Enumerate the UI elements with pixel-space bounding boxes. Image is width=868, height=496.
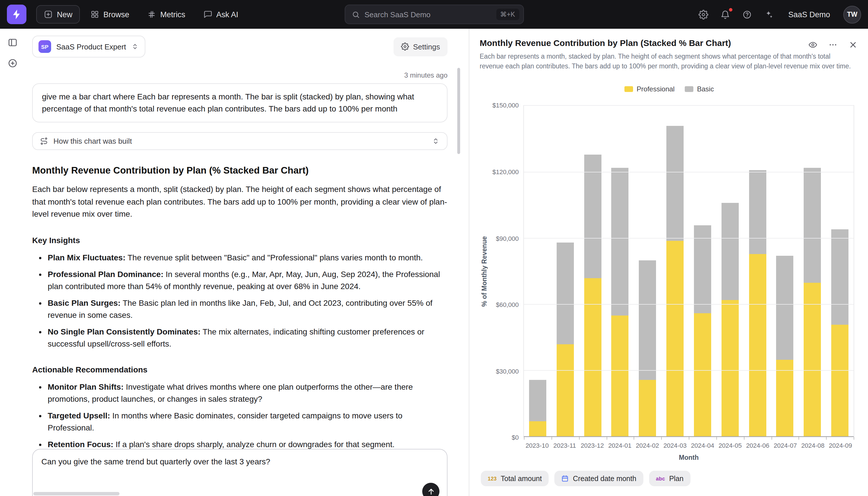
- recommendation-bold: Retention Focus:: [48, 440, 113, 449]
- stacked-bar: [611, 106, 629, 437]
- bar-2023-11[interactable]: [551, 106, 579, 437]
- insight-item: Professional Plan Dominance: In several …: [48, 268, 448, 293]
- sidebar-toggle-button[interactable]: [6, 36, 19, 49]
- agent-selector[interactable]: SP SaaS Product Expert: [32, 36, 146, 58]
- bar-segment-professional[interactable]: [666, 241, 684, 437]
- tag-plan[interactable]: abc Plan: [649, 471, 690, 486]
- send-button[interactable]: [422, 483, 439, 496]
- assistant-response: Monthly Revenue Contribution by Plan (% …: [32, 165, 448, 483]
- browse-button[interactable]: Browse: [83, 5, 137, 24]
- bar-2024-06[interactable]: [744, 106, 771, 437]
- chat-input-value[interactable]: Can you give the same trend but quarterl…: [42, 457, 438, 466]
- tag-created-date-month[interactable]: Created date month: [554, 471, 643, 486]
- bar-segment-professional[interactable]: [721, 300, 738, 437]
- gear-icon: [698, 10, 708, 19]
- bar-segment-professional[interactable]: [529, 422, 546, 437]
- x-tick-mark: [606, 437, 607, 440]
- insight-item: No Single Plan Consistently Dominates: T…: [48, 326, 448, 350]
- metrics-button-label: Metrics: [160, 10, 185, 19]
- bar-segment-basic[interactable]: [556, 243, 574, 344]
- legend-item-professional[interactable]: Professional: [625, 86, 675, 93]
- bar-segment-professional[interactable]: [694, 313, 711, 437]
- numbers-123-icon: 123: [488, 476, 497, 482]
- app-logo[interactable]: [7, 4, 27, 24]
- bar-2024-07[interactable]: [771, 106, 799, 437]
- bar-segment-professional[interactable]: [556, 344, 574, 437]
- user-avatar[interactable]: TW: [843, 5, 861, 23]
- bar-segment-basic[interactable]: [666, 126, 684, 241]
- bar-segment-professional[interactable]: [749, 254, 766, 437]
- bar-segment-basic[interactable]: [721, 203, 738, 300]
- how-built-collapsible[interactable]: How this chart was built: [32, 132, 448, 150]
- bar-2024-08[interactable]: [799, 106, 826, 437]
- bar-2024-09[interactable]: [826, 106, 854, 437]
- horizontal-scrollbar-thumb[interactable]: [33, 492, 119, 495]
- vertical-scrollbar-thumb[interactable]: [457, 68, 460, 154]
- global-search-input[interactable]: Search SaaS Demo ⌘+K: [344, 4, 524, 24]
- bar-segment-basic[interactable]: [584, 155, 601, 278]
- y-tick-label: $30,000: [496, 368, 519, 375]
- bar-2024-01[interactable]: [606, 106, 634, 437]
- bar-2023-12[interactable]: [579, 106, 606, 437]
- preview-button[interactable]: [807, 39, 819, 50]
- bar-2024-04[interactable]: [689, 106, 716, 437]
- recommendation-text: If a plan's share drops sharply, analyze…: [113, 440, 395, 449]
- bar-segment-professional[interactable]: [639, 379, 656, 437]
- chart-panel-actions: [807, 39, 859, 50]
- close-panel-button[interactable]: [847, 39, 859, 50]
- plus-circle-icon: [7, 58, 18, 68]
- new-thread-button[interactable]: [6, 57, 19, 69]
- bar-segment-professional[interactable]: [584, 278, 601, 437]
- route-icon: [39, 137, 48, 145]
- bar-segment-basic[interactable]: [639, 260, 656, 379]
- legend-item-basic[interactable]: Basic: [685, 86, 714, 93]
- settings-nav-button[interactable]: [697, 8, 709, 20]
- ask-ai-button[interactable]: Ask AI: [196, 5, 246, 24]
- bar-2024-03[interactable]: [661, 106, 689, 437]
- bar-segment-basic[interactable]: [529, 379, 546, 422]
- org-switcher[interactable]: SaaS Demo: [785, 10, 834, 19]
- x-tick-mark: [634, 437, 634, 440]
- bar-segment-professional[interactable]: [611, 315, 629, 437]
- new-button[interactable]: New: [36, 5, 80, 24]
- insight-item: Plan Mix Fluctuates: The revenue split b…: [48, 252, 448, 264]
- help-button[interactable]: [741, 8, 753, 20]
- bar-segment-basic[interactable]: [804, 168, 821, 282]
- metrics-button[interactable]: Metrics: [140, 5, 193, 24]
- bar-2023-10[interactable]: [524, 106, 551, 437]
- chart-panel-title: Monthly Revenue Contribution by Plan (St…: [480, 38, 859, 48]
- x-tick-label: 2023-12: [578, 442, 606, 449]
- gear-icon: [401, 43, 409, 50]
- chat-input-box[interactable]: Can you give the same trend but quarterl…: [32, 449, 448, 496]
- chart-panel: Monthly Revenue Contribution by Plan (St…: [469, 29, 868, 496]
- notifications-button[interactable]: [719, 8, 731, 20]
- gridline: [524, 370, 854, 371]
- bar-2024-05[interactable]: [716, 106, 744, 437]
- bar-segment-professional[interactable]: [776, 360, 793, 437]
- chevron-up-down-icon: [131, 43, 139, 50]
- bar-segment-professional[interactable]: [831, 324, 849, 437]
- bar-segment-professional[interactable]: [804, 282, 821, 437]
- bar-segment-basic[interactable]: [611, 168, 629, 316]
- eye-icon: [808, 40, 817, 49]
- agent-settings-button[interactable]: Settings: [393, 37, 448, 56]
- gridline: [524, 238, 854, 238]
- x-tick-label: 2023-10: [523, 442, 551, 449]
- bar-segment-basic[interactable]: [831, 230, 849, 324]
- gridline: [524, 304, 854, 305]
- bar-2024-02[interactable]: [634, 106, 661, 437]
- bar-segment-basic[interactable]: [749, 170, 766, 254]
- x-tick-label: 2024-04: [689, 442, 716, 449]
- bar-segment-basic[interactable]: [776, 256, 793, 360]
- x-tick-label: 2023-11: [551, 442, 578, 449]
- more-options-button[interactable]: [827, 39, 839, 50]
- x-tick-mark: [799, 437, 799, 440]
- x-tick-label: 2024-03: [661, 442, 689, 449]
- tag-total-amount[interactable]: 123 Total amount: [481, 471, 549, 486]
- bar-segment-basic[interactable]: [694, 225, 711, 313]
- navbar-left: New Browse Metrics Ask AI: [7, 4, 246, 24]
- x-tick-label: 2024-09: [826, 442, 854, 449]
- stacked-bar: [584, 106, 601, 437]
- ai-sparkles-button[interactable]: [763, 8, 775, 20]
- arrow-up-icon: [427, 487, 435, 496]
